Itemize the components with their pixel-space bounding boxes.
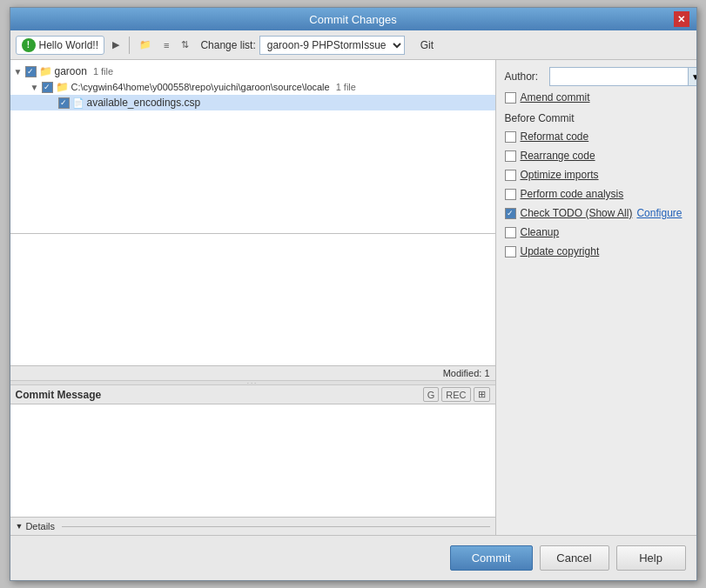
commit-msg-tool-rec[interactable]: REC [441,387,470,402]
details-section: ▼ Details [10,517,495,535]
list-item[interactable]: 📄 available_encodings.csp [10,95,495,110]
commit-message-label: Commit Message [16,389,102,401]
toolbar-btn-filter[interactable]: ⇅ [177,37,193,53]
amend-row: Amend commit [505,91,688,104]
title-bar: Commit Changes ✕ [10,8,696,30]
expand-icon: ▼ [30,83,39,92]
list-item[interactable]: ▼ 📁 garoon 1 file [10,63,495,79]
option-row-todo: Check TODO (Show All) Configure [505,206,688,220]
copyright-checkbox[interactable] [505,246,516,257]
commit-msg-tool-g[interactable]: G [423,387,440,402]
folder-icon: 📁 [39,65,52,77]
details-arrow-icon: ▼ [16,522,24,531]
copyright-label: Update copyright [521,245,600,257]
tree-checkbox[interactable] [58,97,70,109]
dialog-title: Commit Changes [33,13,674,26]
cleanup-checkbox-wrap[interactable]: Cleanup [505,226,560,238]
hello-world-button[interactable]: ! Hello World!! [16,36,104,55]
commit-message-tools: G REC ⊞ [423,387,490,402]
toolbar: ! Hello World!! ▶ 📁 ≡ ⇅ Change list: gar… [10,30,696,60]
commit-message-section: Commit Message G REC ⊞ [10,385,495,517]
toolbar-btn-1[interactable]: ▶ [108,37,124,53]
reformat-checkbox-wrap[interactable]: Reformat code [505,130,589,143]
git-tab[interactable]: Git [415,37,439,53]
left-panel: ▼ 📁 garoon 1 file ▼ 📁 C:\cygwin64\home\y… [10,60,496,535]
content-area: ▼ 📁 garoon 1 file ▼ 📁 C:\cygwin64\home\y… [10,60,696,535]
commit-message-input[interactable] [10,404,495,517]
commit-message-header: Commit Message G REC ⊞ [10,385,495,404]
option-row-rearrange: Rearrange code [505,149,688,163]
tree-item-label: available_encodings.csp [87,97,201,109]
analysis-label: Perform code analysis [521,188,624,200]
tree-item-count: 1 file [336,82,356,92]
cleanup-checkbox[interactable] [505,227,516,238]
cancel-button[interactable]: Cancel [540,545,609,571]
details-separator [62,526,489,527]
todo-checkbox[interactable] [505,208,516,219]
commit-dialog: Commit Changes ✕ ! Hello World!! ▶ 📁 ≡ ⇅… [10,7,697,581]
author-label: Author: [505,70,544,83]
commit-msg-tool-grid[interactable]: ⊞ [474,387,490,402]
option-row-reformat: Reformat code [505,130,688,144]
list-item[interactable]: ▼ 📁 C:\cygwin64\home\y000558\repo\yuichi… [10,79,495,95]
reformat-checkbox[interactable] [505,131,516,143]
author-dropdown-button[interactable]: ▼ [689,67,696,86]
hello-world-label: Hello World!! [39,39,98,51]
rearrange-checkbox-wrap[interactable]: Rearrange code [505,150,595,162]
change-list-label: Change list: [200,39,255,51]
copyright-checkbox-wrap[interactable]: Update copyright [505,245,600,257]
details-label: Details [25,521,55,531]
rearrange-label: Rearrange code [521,150,595,162]
folder-icon: 📁 [56,81,69,93]
hello-world-icon: ! [22,38,36,52]
toolbar-btn-sort[interactable]: ≡ [159,37,173,53]
author-row: Author: ▼ [505,67,688,86]
tree-item-count: 1 file [93,66,113,77]
before-commit-header: Before Commit [505,112,688,124]
amend-label: Amend commit [521,91,590,104]
option-row-copyright: Update copyright [505,244,688,258]
todo-label: Check TODO (Show All) [521,207,633,219]
diff-view [10,234,495,365]
change-list-select[interactable]: garoon-9 PHPStormIssue [259,36,405,55]
rearrange-checkbox[interactable] [505,150,516,162]
todo-checkbox-wrap[interactable]: Check TODO (Show All) [505,207,633,219]
right-panel: Author: ▼ Amend commit Before Commit [496,60,696,535]
tree-item-label: garoon [55,65,87,77]
cleanup-label: Cleanup [521,226,560,238]
file-icon: 📄 [72,97,84,109]
help-button[interactable]: Help [616,545,686,571]
details-toggle[interactable]: ▼ Details [16,521,56,531]
configure-link[interactable]: Configure [636,207,682,219]
commit-button[interactable]: Commit [450,545,533,571]
optimize-checkbox[interactable] [505,170,516,181]
modified-status: Modified: 1 [443,368,490,378]
tree-checkbox[interactable] [42,82,53,93]
reformat-label: Reformat code [521,130,589,143]
close-button[interactable]: ✕ [674,11,689,27]
footer: Commit Cancel Help [10,535,696,580]
author-input[interactable] [549,67,689,86]
amend-checkbox[interactable] [505,92,516,104]
file-tree: ▼ 📁 garoon 1 file ▼ 📁 C:\cygwin64\home\y… [10,60,495,234]
option-row-analysis: Perform code analysis [505,187,688,201]
tree-item-label: C:\cygwin64\home\y000558\repo\yuichi\gar… [71,82,330,92]
diff-status-bar: Modified: 1 [10,365,495,380]
analysis-checkbox-wrap[interactable]: Perform code analysis [505,188,624,200]
toolbar-btn-folder[interactable]: 📁 [135,37,156,53]
author-input-wrap: ▼ [549,67,696,86]
tree-checkbox[interactable] [25,66,37,77]
expand-icon: ▼ [14,67,23,77]
optimize-checkbox-wrap[interactable]: Optimize imports [505,169,599,181]
optimize-label: Optimize imports [521,169,599,181]
option-row-cleanup: Cleanup [505,225,688,239]
toolbar-separator [129,37,130,54]
option-row-optimize: Optimize imports [505,168,688,182]
analysis-checkbox[interactable] [505,189,516,200]
amend-checkbox-wrap[interactable]: Amend commit [505,91,590,104]
